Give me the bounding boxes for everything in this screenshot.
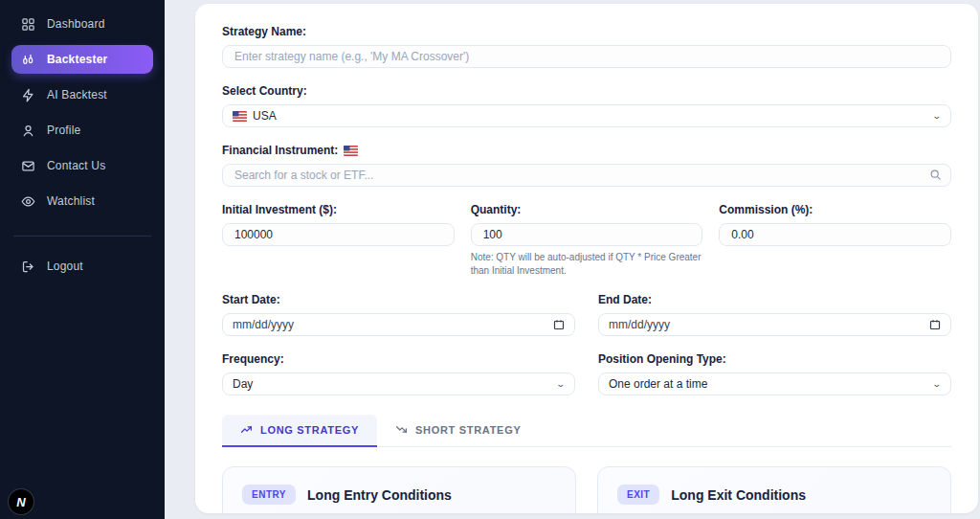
position-opening-type-select[interactable]: One order at a time ⌄ bbox=[598, 372, 951, 395]
sidebar-item-profile[interactable]: Profile bbox=[11, 116, 153, 145]
us-flag-icon bbox=[344, 146, 358, 156]
position-opening-type-label: Position Opening Type: bbox=[598, 352, 951, 366]
initial-investment-field: Initial Investment ($): bbox=[222, 203, 455, 246]
instrument-field: Financial Instrument: bbox=[222, 144, 951, 187]
strategy-name-field: Strategy Name: bbox=[222, 25, 951, 68]
position-opening-type-field: Position Opening Type: One order at a ti… bbox=[598, 352, 951, 395]
sidebar-item-dashboard[interactable]: Dashboard bbox=[11, 10, 153, 38]
sidebar-item-label: Contact Us bbox=[47, 159, 105, 172]
sidebar-item-label: Watchlist bbox=[47, 194, 95, 208]
trending-up-icon bbox=[240, 423, 253, 436]
long-exit-conditions-card: EXIT Long Exit Conditions + Add Conditio… bbox=[597, 466, 951, 513]
quantity-input[interactable] bbox=[471, 223, 703, 246]
exit-card-title: Long Exit Conditions bbox=[671, 487, 806, 503]
sidebar-item-label: Dashboard bbox=[47, 17, 105, 31]
sidebar-item-label: Profile bbox=[47, 124, 80, 137]
sidebar-item-label: Logout bbox=[47, 260, 83, 273]
entry-badge: ENTRY bbox=[242, 485, 296, 505]
chevron-down-icon: ⌄ bbox=[556, 379, 567, 389]
quantity-note: Note: QTY will be auto-adjusted if QTY *… bbox=[471, 251, 703, 277]
user-icon bbox=[21, 124, 35, 138]
position-opening-type-value: One order at a time bbox=[609, 377, 707, 391]
eye-icon bbox=[21, 194, 35, 209]
conditions-row: ENTRY Long Entry Conditions + Add Condit… bbox=[222, 466, 951, 513]
trending-down-icon bbox=[395, 423, 408, 436]
search-icon bbox=[929, 169, 942, 181]
sidebar-item-contact-us[interactable]: Contact Us bbox=[11, 151, 153, 180]
start-date-label: Start Date: bbox=[222, 293, 575, 306]
dates-row: Start Date: mm/dd/yyyy End Date: mm/dd/y… bbox=[222, 293, 951, 336]
country-select[interactable]: USA ⌄ bbox=[222, 104, 951, 127]
nextjs-dev-badge[interactable]: N bbox=[9, 489, 33, 514]
strategy-name-input[interactable] bbox=[222, 45, 951, 68]
sidebar-item-label: AI Backtest bbox=[47, 88, 107, 102]
end-date-label: End Date: bbox=[598, 293, 951, 306]
end-date-value: mm/dd/yyyy bbox=[609, 318, 670, 331]
quantity-label: Quantity: bbox=[471, 203, 703, 216]
commission-field: Commission (%): bbox=[719, 203, 951, 246]
us-flag-icon bbox=[233, 111, 247, 122]
exit-badge: EXIT bbox=[617, 485, 659, 505]
chevron-down-icon: ⌄ bbox=[932, 111, 943, 121]
commission-input[interactable] bbox=[719, 223, 951, 246]
candlestick-chart-icon bbox=[21, 53, 35, 67]
sidebar: Dashboard Backtester AI Backtest Profile… bbox=[0, 0, 165, 519]
mail-icon bbox=[21, 159, 35, 173]
sidebar-item-label: Backtester bbox=[47, 53, 107, 66]
tab-long-strategy[interactable]: LONG STRATEGY bbox=[222, 415, 377, 447]
money-row: Initial Investment ($): Quantity: Note: … bbox=[222, 203, 951, 277]
strategy-name-label: Strategy Name: bbox=[222, 25, 951, 38]
initial-investment-label: Initial Investment ($): bbox=[222, 203, 455, 216]
tab-short-strategy[interactable]: SHORT STRATEGY bbox=[377, 415, 539, 447]
instrument-search-input[interactable] bbox=[222, 164, 951, 187]
instrument-label: Financial Instrument: bbox=[222, 144, 951, 157]
end-date-input[interactable]: mm/dd/yyyy bbox=[598, 313, 951, 336]
calendar-icon[interactable] bbox=[553, 319, 565, 330]
start-date-field: Start Date: mm/dd/yyyy bbox=[222, 293, 575, 336]
sidebar-divider bbox=[13, 236, 151, 237]
start-date-input[interactable]: mm/dd/yyyy bbox=[222, 313, 575, 336]
sidebar-item-ai-backtest[interactable]: AI Backtest bbox=[11, 80, 153, 109]
start-date-value: mm/dd/yyyy bbox=[233, 318, 294, 331]
strategy-tabbar: LONG STRATEGY SHORT STRATEGY bbox=[222, 415, 951, 447]
lightning-icon bbox=[21, 88, 35, 102]
sidebar-item-logout[interactable]: Logout bbox=[11, 252, 153, 281]
backtest-form-card: Strategy Name: Select Country: USA ⌄ Fin… bbox=[195, 4, 978, 513]
logout-icon bbox=[21, 260, 35, 274]
entry-card-title: Long Entry Conditions bbox=[307, 487, 452, 503]
long-entry-conditions-card: ENTRY Long Entry Conditions + Add Condit… bbox=[222, 466, 576, 513]
sidebar-item-watchlist[interactable]: Watchlist bbox=[11, 187, 153, 215]
commission-label: Commission (%): bbox=[719, 203, 951, 216]
frequency-value: Day bbox=[233, 377, 253, 391]
country-value: USA bbox=[253, 109, 277, 123]
initial-investment-input[interactable] bbox=[222, 223, 455, 246]
sidebar-item-backtester[interactable]: Backtester bbox=[11, 45, 153, 74]
frequency-row: Frequency: Day ⌄ Position Opening Type: … bbox=[222, 352, 951, 395]
end-date-field: End Date: mm/dd/yyyy bbox=[598, 293, 951, 336]
frequency-field: Frequency: Day ⌄ bbox=[222, 352, 575, 395]
frequency-label: Frequency: bbox=[222, 352, 575, 366]
frequency-select[interactable]: Day ⌄ bbox=[222, 372, 575, 395]
chevron-down-icon: ⌄ bbox=[932, 379, 943, 389]
quantity-field: Quantity: Note: QTY will be auto-adjuste… bbox=[471, 203, 703, 277]
country-field: Select Country: USA ⌄ bbox=[222, 84, 951, 127]
dashboard-grid-icon bbox=[21, 17, 35, 32]
calendar-icon[interactable] bbox=[929, 319, 941, 330]
country-label: Select Country: bbox=[222, 84, 951, 98]
